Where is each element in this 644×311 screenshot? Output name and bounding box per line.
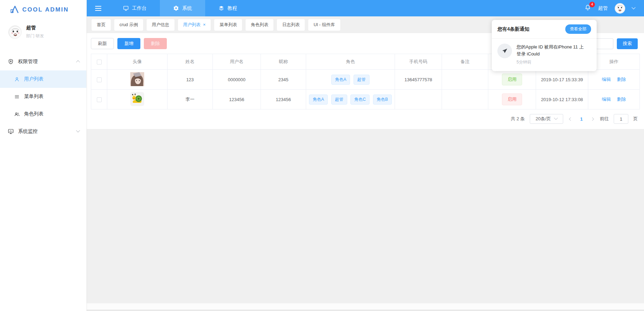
nav-item-label: 教程 (227, 5, 237, 12)
tab-menu-list[interactable]: 菜单列表 (214, 19, 242, 31)
send-icon (497, 44, 512, 58)
notification-item[interactable]: 您的Apple ID 被用在iPhone 11 上登录 iCould 5分钟前 (492, 39, 597, 71)
col-header-username: 用户名 (213, 54, 261, 70)
tab-user-list[interactable]: 用户列表 × (178, 19, 211, 31)
notification-count-badge: 4 (589, 2, 595, 7)
tab-role-list[interactable]: 角色列表 (246, 19, 273, 31)
col-header-roles: 角色 (306, 54, 395, 70)
refresh-button[interactable]: 刷新 (91, 38, 114, 49)
topbar: 工作台 系统 教程 (87, 0, 644, 16)
sidebar: COOL ADMIN 超管 部门 研发 (0, 0, 87, 311)
role-chip: 角色A (331, 75, 350, 85)
close-icon[interactable]: × (203, 23, 206, 26)
monitor-icon (123, 5, 129, 11)
tab-label: 用户信息 (152, 22, 169, 28)
sidebar-item-role-list[interactable]: 角色列表 (0, 105, 86, 123)
monitor-chart-icon (8, 128, 14, 135)
pagination: 共 2 条 20条/页 1 前往 页 (87, 109, 644, 129)
cell-actions: 编辑 删除 (588, 90, 640, 109)
goto-unit-label: 页 (633, 116, 638, 122)
content-background (87, 129, 644, 303)
horizontal-scrollbar-track[interactable] (87, 303, 644, 310)
page-size-value: 20条/页 (536, 116, 551, 122)
tab-log-list[interactable]: 日志列表 (277, 19, 305, 31)
chevron-down-icon (76, 129, 80, 132)
page-number-current[interactable]: 1 (578, 116, 585, 122)
chevron-up-icon (76, 60, 80, 64)
cell-username: 0000000 (213, 70, 261, 90)
col-header-avatar: 头像 (107, 54, 168, 70)
sidebar-item-label: 用户列表 (24, 76, 44, 82)
nav-item-workbench[interactable]: 工作台 (110, 0, 160, 16)
people-icon (14, 111, 20, 117)
sidebar-section-permissions[interactable]: 权限管理 (0, 53, 86, 70)
cell-phone: 13645777578 (395, 70, 442, 90)
tab-label: 菜单列表 (219, 22, 237, 28)
tab-ui-components[interactable]: UI - 组件库 (308, 19, 340, 31)
tab-label: 角色列表 (251, 22, 268, 28)
row-checkbox[interactable] (97, 77, 102, 82)
sidebar-section-label: 权限管理 (18, 59, 38, 65)
col-header-remark: 备注 (442, 54, 488, 70)
person-icon (14, 76, 20, 82)
shield-icon (8, 59, 14, 65)
nav-item-system[interactable]: 系统 (160, 0, 205, 16)
topbar-avatar[interactable] (615, 3, 625, 14)
tab-home[interactable]: 首页 (92, 19, 111, 31)
notification-time: 5分钟前 (517, 59, 586, 65)
row-avatar-snail-cartoon (130, 102, 144, 107)
role-chip: 角色B (373, 94, 392, 105)
next-page-button[interactable] (590, 118, 595, 120)
nav-item-tutorial[interactable]: 教程 (205, 0, 250, 16)
notifications-button[interactable]: 4 (584, 4, 591, 12)
nav-item-label: 工作台 (132, 5, 147, 12)
user-name: 超管 (26, 25, 44, 31)
tab-label: 用户列表 (183, 22, 201, 28)
select-all-checkbox[interactable] (97, 60, 102, 65)
cell-name: 李一 (168, 90, 213, 109)
notification-title: 您有4条新通知 (497, 26, 529, 32)
tab-label: 日志列表 (282, 22, 300, 28)
tab-label: crud 示例 (119, 22, 138, 28)
add-button[interactable]: 新增 (117, 38, 140, 49)
cell-remark (442, 90, 488, 109)
prev-page-button[interactable] (568, 118, 573, 120)
brand-logo-icon (10, 5, 19, 14)
brand-name: COOL ADMIN (22, 6, 69, 13)
sidebar-section-monitor[interactable]: 系统监控 (0, 123, 86, 140)
edit-link[interactable]: 编辑 (602, 77, 611, 82)
topbar-username[interactable]: 超管 (598, 5, 608, 12)
cell-username: 123456 (213, 90, 261, 109)
tab-crud-demo[interactable]: crud 示例 (114, 19, 143, 31)
col-header-phone: 手机号码 (395, 54, 442, 70)
sidebar-menu: 权限管理 用户列表 菜单列表 (0, 53, 86, 140)
cell-roles: 角色A 超管 (306, 70, 395, 90)
delete-button[interactable]: 删除 (144, 38, 167, 49)
col-header-name: 姓名 (168, 54, 213, 70)
view-all-button[interactable]: 查看全部 (565, 24, 591, 34)
col-header-nickname: 昵称 (261, 54, 306, 70)
tab-user-info[interactable]: 用户信息 (147, 19, 174, 31)
sidebar-user[interactable]: 超管 部门 研发 (0, 19, 86, 42)
cell-roles: 角色A 超管 角色C 角色B (306, 90, 395, 109)
gear-icon (173, 5, 179, 11)
sidebar-item-menu-list[interactable]: 菜单列表 (0, 88, 86, 105)
user-menu-chevron-icon[interactable] (631, 5, 635, 9)
status-badge: 启用 (502, 74, 522, 85)
search-button[interactable]: 搜索 (617, 38, 638, 49)
page-size-select[interactable]: 20条/页 (530, 114, 563, 124)
hamburger-menu-icon[interactable] (87, 6, 110, 11)
role-chip: 超管 (354, 75, 370, 85)
sidebar-item-user-list[interactable]: 用户列表 (0, 70, 86, 88)
row-checkbox[interactable] (97, 97, 102, 102)
edit-link[interactable]: 编辑 (602, 97, 611, 102)
delete-link[interactable]: 删除 (617, 77, 626, 82)
sidebar-item-label: 菜单列表 (24, 93, 44, 100)
goto-page-input[interactable] (614, 114, 628, 124)
role-chip: 角色C (350, 94, 370, 105)
chevron-down-icon (554, 116, 558, 120)
delete-link[interactable]: 删除 (617, 97, 626, 102)
notification-popup-header: 您有4条新通知 查看全部 (492, 20, 597, 39)
brand-logo[interactable]: COOL ADMIN (0, 0, 86, 19)
sidebar-item-label: 角色列表 (24, 111, 44, 117)
